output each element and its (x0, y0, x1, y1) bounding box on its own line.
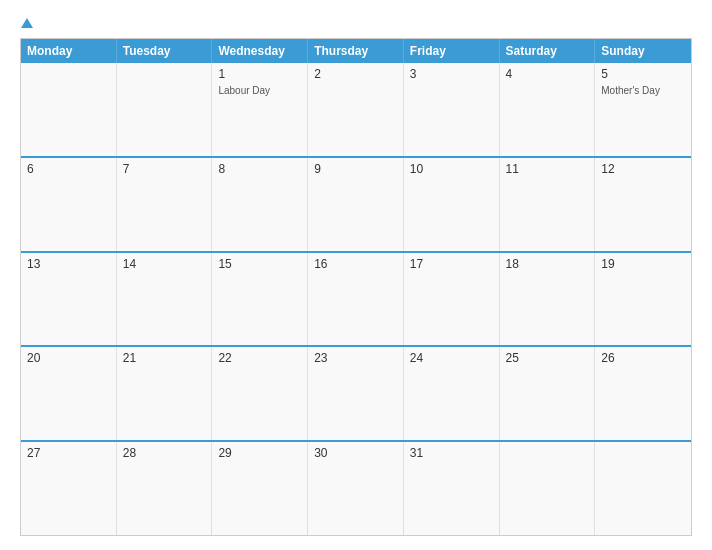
calendar-cell: 21 (117, 347, 213, 440)
calendar-cell: 7 (117, 158, 213, 251)
calendar-cell: 14 (117, 253, 213, 346)
day-number: 6 (27, 162, 110, 176)
header (20, 18, 692, 28)
day-number: 3 (410, 67, 493, 81)
day-number: 18 (506, 257, 589, 271)
calendar-cell: 31 (404, 442, 500, 535)
day-number: 4 (506, 67, 589, 81)
calendar-cell: 25 (500, 347, 596, 440)
day-number: 20 (27, 351, 110, 365)
header-friday: Friday (404, 39, 500, 63)
day-number: 30 (314, 446, 397, 460)
calendar-cell: 3 (404, 63, 500, 156)
calendar-cell: 26 (595, 347, 691, 440)
calendar-cell: 11 (500, 158, 596, 251)
day-number: 1 (218, 67, 301, 81)
header-sunday: Sunday (595, 39, 691, 63)
calendar-cell: 18 (500, 253, 596, 346)
calendar-cell: 29 (212, 442, 308, 535)
calendar-cell (595, 442, 691, 535)
calendar-cell: 19 (595, 253, 691, 346)
page: Monday Tuesday Wednesday Thursday Friday… (0, 0, 712, 550)
calendar-cell: 13 (21, 253, 117, 346)
calendar-cell: 17 (404, 253, 500, 346)
calendar-week-3: 13141516171819 (21, 251, 691, 346)
calendar-week-2: 6789101112 (21, 156, 691, 251)
header-thursday: Thursday (308, 39, 404, 63)
calendar-cell: 27 (21, 442, 117, 535)
calendar-cell: 23 (308, 347, 404, 440)
day-number: 9 (314, 162, 397, 176)
day-number: 10 (410, 162, 493, 176)
day-number: 19 (601, 257, 685, 271)
day-number: 24 (410, 351, 493, 365)
day-number: 2 (314, 67, 397, 81)
calendar-cell: 22 (212, 347, 308, 440)
calendar-cell: 20 (21, 347, 117, 440)
calendar-cell: 10 (404, 158, 500, 251)
day-number: 8 (218, 162, 301, 176)
day-number: 12 (601, 162, 685, 176)
day-number: 11 (506, 162, 589, 176)
calendar-cell: 9 (308, 158, 404, 251)
calendar-cell: 16 (308, 253, 404, 346)
day-number: 25 (506, 351, 589, 365)
calendar-cell: 1Labour Day (212, 63, 308, 156)
calendar-cell: 30 (308, 442, 404, 535)
day-number: 5 (601, 67, 685, 81)
day-number: 21 (123, 351, 206, 365)
day-number: 14 (123, 257, 206, 271)
day-number: 29 (218, 446, 301, 460)
day-number: 28 (123, 446, 206, 460)
day-number: 7 (123, 162, 206, 176)
day-number: 22 (218, 351, 301, 365)
calendar-cell: 24 (404, 347, 500, 440)
header-tuesday: Tuesday (117, 39, 213, 63)
calendar-cell: 8 (212, 158, 308, 251)
calendar-cell: 28 (117, 442, 213, 535)
header-saturday: Saturday (500, 39, 596, 63)
header-monday: Monday (21, 39, 117, 63)
day-event: Labour Day (218, 85, 301, 96)
day-number: 31 (410, 446, 493, 460)
logo (20, 18, 33, 28)
calendar-cell: 5Mother's Day (595, 63, 691, 156)
day-number: 16 (314, 257, 397, 271)
calendar-body: 1Labour Day2345Mother's Day6789101112131… (21, 63, 691, 535)
calendar-cell: 12 (595, 158, 691, 251)
day-number: 15 (218, 257, 301, 271)
calendar-week-1: 1Labour Day2345Mother's Day (21, 63, 691, 156)
day-event: Mother's Day (601, 85, 685, 96)
calendar-cell: 15 (212, 253, 308, 346)
calendar-cell (117, 63, 213, 156)
day-number: 17 (410, 257, 493, 271)
logo-line1 (20, 18, 33, 30)
calendar-week-5: 2728293031 (21, 440, 691, 535)
day-number: 26 (601, 351, 685, 365)
day-number: 13 (27, 257, 110, 271)
calendar-cell: 6 (21, 158, 117, 251)
calendar-cell: 4 (500, 63, 596, 156)
calendar-cell (21, 63, 117, 156)
calendar-cell: 2 (308, 63, 404, 156)
calendar-header: Monday Tuesday Wednesday Thursday Friday… (21, 39, 691, 63)
day-number: 23 (314, 351, 397, 365)
logo-triangle-icon (21, 18, 33, 28)
calendar: Monday Tuesday Wednesday Thursday Friday… (20, 38, 692, 536)
calendar-cell (500, 442, 596, 535)
header-wednesday: Wednesday (212, 39, 308, 63)
day-number: 27 (27, 446, 110, 460)
calendar-week-4: 20212223242526 (21, 345, 691, 440)
